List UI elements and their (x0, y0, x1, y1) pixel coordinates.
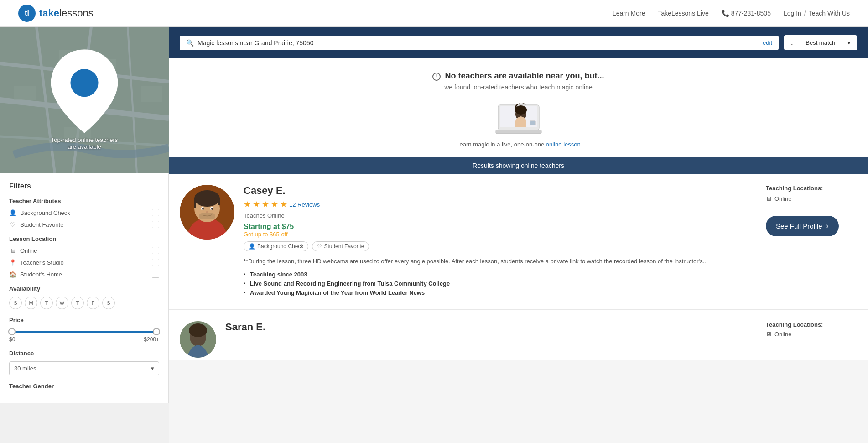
logo-text: takelessons (39, 7, 94, 19)
login-link[interactable]: Log In (784, 10, 801, 17)
home-icon: 🏠 (9, 271, 16, 278)
online-checkbox[interactable] (152, 247, 159, 254)
svg-rect-33 (199, 213, 215, 219)
star-5: ★ (280, 199, 287, 209)
svg-point-32 (206, 211, 208, 213)
reviews-link[interactable]: 12 Reviews (289, 201, 320, 208)
day-thursday[interactable]: T (71, 297, 84, 309)
teach-link[interactable]: Teach With Us (809, 10, 850, 17)
availability-title: Availability (9, 285, 159, 292)
monitor-icon: 🖥 (9, 247, 16, 254)
price-slider-track (9, 331, 159, 333)
sort-button[interactable]: ↕ Best match ▾ (784, 35, 857, 50)
teacher-cards: Casey E. ★ ★ ★ ★ ★ 12 Reviews Teaches On… (169, 174, 868, 443)
day-monday[interactable]: M (25, 297, 37, 309)
star-1: ★ (244, 199, 251, 209)
day-sunday[interactable]: S (9, 297, 22, 309)
price-max-label: $200+ (144, 336, 159, 343)
saran-location: 🖥 Online (766, 331, 857, 338)
student-favorite-filter: ♡ Student Favorite (9, 221, 159, 228)
teacher-right-column: Teaching Locations: 🖥 Online See Full Pr… (766, 185, 857, 298)
price-slider-fill (9, 331, 159, 333)
logo[interactable]: tl takelessons (18, 5, 94, 22)
students-home-label: Student's Home (20, 271, 62, 278)
teacher-attributes-title: Teacher Attributes (9, 198, 159, 204)
online-label-group: 🖥 Online (9, 247, 37, 254)
info-icon: ! (432, 73, 441, 81)
teacher-avatar (180, 185, 234, 240)
content-area: 🔍 edit ↕ Best match ▾ ! No teachers are … (169, 27, 868, 443)
day-saturday[interactable]: S (102, 297, 115, 309)
saran-right: Teaching Locations: 🖥 Online (766, 321, 857, 349)
nav-learn-more[interactable]: Learn More (613, 10, 645, 17)
student-favorite-badge: ♡ Student Favorite (312, 241, 369, 251)
teacher-name: Casey E. (244, 185, 757, 197)
search-input[interactable] (198, 39, 759, 47)
location-item: 🖥 Online (766, 195, 792, 202)
highlight-3: Awarded Young Magician of the Year from … (244, 289, 757, 296)
saran-name: Saran E. (225, 321, 265, 333)
teacher-teaches: Teaches Online (244, 212, 757, 219)
teachers-studio-checkbox[interactable] (152, 259, 159, 266)
teaching-locations-title: Teaching Locations: (766, 185, 823, 192)
background-check-badge: 👤 Background Check (244, 241, 308, 251)
chevron-right-icon: › (826, 221, 829, 231)
online-lesson-link[interactable]: online lesson (546, 141, 581, 148)
background-check-label-group: 👤 Background Check (9, 209, 70, 216)
star-4: ★ (271, 199, 278, 209)
background-check-badge-label: Background Check (257, 243, 303, 250)
svg-rect-19 (496, 130, 541, 134)
logo-icon: tl (18, 5, 36, 22)
map-area[interactable]: Top-rated online teachers are available (0, 27, 169, 173)
teachers-studio-label-group: 📍 Teacher's Studio (9, 259, 64, 266)
students-home-checkbox[interactable] (152, 271, 159, 278)
no-teachers-title: ! No teachers are available near you, bu… (178, 71, 859, 81)
see-full-profile-button[interactable]: See Full Profile › (766, 216, 839, 236)
svg-rect-26 (194, 198, 196, 208)
distance-value: 30 miles (14, 365, 36, 372)
search-bar-area: 🔍 edit ↕ Best match ▾ (169, 27, 868, 58)
teacher-card-partial: Saran E. Teaching Locations: 🖥 Online (169, 310, 868, 360)
day-tuesday[interactable]: T (40, 297, 53, 309)
distance-title: Distance (9, 350, 159, 357)
location-icon: 📍 (9, 259, 16, 266)
price-discount: Get up to $65 off (244, 231, 757, 238)
see-full-profile-label: See Full Profile (776, 222, 822, 230)
price-range: $0 $200+ (9, 331, 159, 343)
svg-rect-21 (530, 121, 535, 125)
day-friday[interactable]: F (87, 297, 99, 309)
teacher-highlights: Teaching since 2003 Live Sound and Recor… (244, 271, 757, 296)
price-starting: Starting at $75 (244, 223, 757, 231)
students-home-filter: 🏠 Student's Home (9, 271, 159, 278)
distance-select[interactable]: 30 miles ▾ (9, 361, 159, 375)
price-thumb-max[interactable] (153, 328, 160, 335)
map-sidebar: Top-rated online teachers are available … (0, 27, 169, 443)
teacher-badges: 👤 Background Check ♡ Student Favorite (244, 241, 757, 251)
student-favorite-badge-label: Student Favorite (324, 243, 364, 250)
teachers-studio-label: Teacher's Studio (20, 259, 64, 266)
teachers-studio-filter: 📍 Teacher's Studio (9, 259, 159, 266)
price-min-label: $0 (9, 336, 15, 343)
saran-online-icon: 🖥 (766, 331, 772, 338)
saran-avatar (180, 321, 216, 358)
no-teachers-subtitle: we found top-rated teachers who teach ma… (178, 83, 859, 91)
teacher-description: **During the lesson, three HD webcams ar… (244, 257, 757, 266)
heart-icon: ♡ (9, 221, 16, 228)
day-wednesday[interactable]: W (56, 297, 68, 309)
filters-title: Filters (9, 182, 159, 190)
saran-info: Saran E. (225, 321, 265, 349)
sort-icon: ↕ (790, 39, 794, 46)
background-check-checkbox[interactable] (152, 209, 159, 216)
nav-takelessons-live[interactable]: TakeLessons Live (658, 10, 708, 17)
map-pin-label: Top-rated online teachers are available (51, 49, 118, 150)
online-icon: 🖥 (766, 195, 772, 202)
price-labels: $0 $200+ (9, 336, 159, 343)
search-icon: 🔍 (186, 39, 194, 47)
lesson-location-title: Lesson Location (9, 235, 159, 242)
svg-point-13 (70, 69, 98, 97)
student-favorite-checkbox[interactable] (152, 221, 159, 228)
phone-link[interactable]: 877-231-8505 (731, 10, 771, 17)
price-thumb-min[interactable] (8, 328, 16, 335)
background-check-label: Background Check (20, 209, 70, 216)
search-edit-button[interactable]: edit (763, 39, 772, 46)
